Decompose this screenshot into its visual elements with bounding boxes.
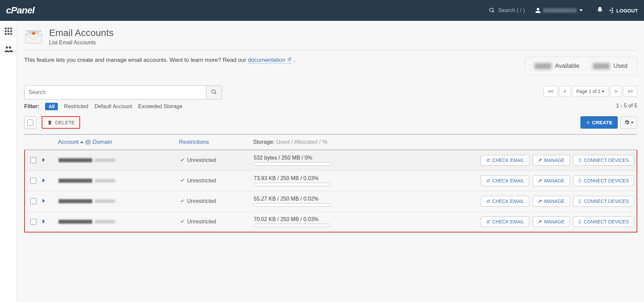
settings-button[interactable] <box>620 116 637 129</box>
quota-stats: Available Used <box>525 57 637 75</box>
page-first[interactable]: << <box>543 86 558 97</box>
phone-icon <box>578 178 582 183</box>
external-link-icon <box>287 57 292 62</box>
connect-devices-button[interactable]: CONNECT DEVICES <box>573 175 634 186</box>
logout-label: LOGOUT <box>616 8 638 13</box>
search-icon <box>211 89 217 95</box>
filter-restricted[interactable]: Restricted <box>64 103 88 110</box>
account-redacted <box>59 179 92 183</box>
bell-icon <box>597 6 603 13</box>
filter-all[interactable]: All <box>45 103 58 110</box>
check-email-button[interactable]: CHECK EMAIL <box>481 175 529 186</box>
logout-icon <box>608 7 614 13</box>
svg-rect-7 <box>7 33 9 35</box>
svg-rect-2 <box>10 28 12 29</box>
main-content: Email Accounts List Email Accounts This … <box>17 21 644 302</box>
svg-point-15 <box>580 161 580 162</box>
wrench-icon <box>538 220 542 224</box>
connect-devices-button[interactable]: CONNECT DEVICES <box>573 196 634 207</box>
filter-bar: Filter: All Restricted Default Account E… <box>24 103 637 110</box>
row-checkbox[interactable] <box>30 178 36 184</box>
expand-row[interactable] <box>42 198 59 204</box>
svg-point-9 <box>5 46 8 49</box>
table-row: Unrestricted55.27 KB / 250 MB / 0.02%CHE… <box>25 191 637 211</box>
user-menu[interactable] <box>535 7 585 13</box>
storage-progress <box>254 203 331 207</box>
table-header: Account @ Domain Restrictions Storage: U… <box>24 134 637 150</box>
row-checkbox[interactable] <box>30 198 36 204</box>
page-prev[interactable]: < <box>559 86 571 97</box>
global-search[interactable]: Search ( / ) <box>489 7 525 13</box>
result-range: 1 - 5 of 5 <box>616 103 637 109</box>
documentation-link[interactable]: documentation <box>248 57 292 63</box>
filter-exceeded[interactable]: Exceeded Storage <box>138 103 182 110</box>
restriction-value: Unrestricted <box>187 219 216 225</box>
email-page-icon <box>24 29 43 44</box>
domain-redacted <box>95 200 115 203</box>
filter-label: Filter: <box>24 103 39 110</box>
delete-button[interactable]: DELETE <box>42 116 80 129</box>
account-redacted <box>59 158 92 162</box>
expand-row[interactable] <box>42 157 59 163</box>
expand-row[interactable] <box>42 178 59 184</box>
create-button[interactable]: CREATE <box>580 116 618 129</box>
col-storage: Storage: Used / Allocated / % <box>253 139 469 145</box>
wrench-icon <box>538 199 542 204</box>
col-restrictions[interactable]: Restrictions <box>179 139 253 145</box>
svg-rect-12 <box>26 34 42 43</box>
top-header: cPanel Search ( / ) LOGOUT <box>0 0 644 21</box>
svg-point-13 <box>32 32 35 35</box>
svg-rect-0 <box>5 28 6 29</box>
manage-button[interactable]: MANAGE <box>533 196 570 207</box>
domain-redacted <box>95 220 115 223</box>
page-subtitle: List Email Accounts <box>49 40 113 46</box>
col-account[interactable]: Account @ Domain <box>58 139 179 145</box>
phone-icon <box>578 158 582 163</box>
table-row: Unrestricted532 bytes / 250 MB / 0%CHECK… <box>25 150 637 170</box>
expand-row[interactable] <box>42 219 59 225</box>
account-redacted <box>59 220 92 224</box>
chevron-right-icon <box>42 219 46 223</box>
caret-down-icon <box>602 90 604 93</box>
filter-default[interactable]: Default Account <box>94 103 132 110</box>
search-button[interactable] <box>206 85 222 99</box>
svg-rect-8 <box>10 33 12 35</box>
page-last[interactable]: >> <box>623 86 637 97</box>
svg-rect-5 <box>10 30 12 32</box>
chevron-right-icon <box>42 158 46 162</box>
svg-point-21 <box>580 223 580 223</box>
check-email-button[interactable]: CHECK EMAIL <box>481 155 529 166</box>
storage-progress <box>254 183 331 186</box>
logout-button[interactable]: LOGOUT <box>608 7 638 13</box>
connect-devices-button[interactable]: CONNECT DEVICES <box>573 155 634 166</box>
storage-value: 73.93 KB / 250 MB / 0.03% <box>254 175 319 181</box>
page-current[interactable]: Page 1 of 1 <box>572 86 609 97</box>
wrench-icon <box>538 179 542 183</box>
svg-point-19 <box>580 202 580 203</box>
restriction-value: Unrestricted <box>187 157 216 163</box>
manage-button[interactable]: MANAGE <box>533 216 570 227</box>
manage-button[interactable]: MANAGE <box>533 175 570 186</box>
restriction-value: Unrestricted <box>187 198 216 204</box>
check-email-button[interactable]: CHECK EMAIL <box>481 196 529 207</box>
svg-rect-1 <box>7 28 9 29</box>
table-row: Unrestricted73.93 KB / 250 MB / 0.03%CHE… <box>25 170 637 191</box>
select-all-checkbox[interactable] <box>24 117 36 129</box>
search-placeholder: Search ( / ) <box>498 7 525 13</box>
external-icon <box>486 199 490 204</box>
row-checkbox[interactable] <box>30 157 36 163</box>
external-icon <box>486 158 490 163</box>
account-redacted <box>59 199 92 203</box>
caret-down-icon <box>631 121 634 124</box>
search-input[interactable] <box>24 85 206 99</box>
row-checkbox[interactable] <box>30 219 36 225</box>
page-next[interactable]: > <box>610 86 621 97</box>
manage-button[interactable]: MANAGE <box>533 155 570 166</box>
grid-icon[interactable] <box>4 27 13 37</box>
check-icon <box>180 178 185 183</box>
svg-rect-4 <box>7 30 9 32</box>
connect-devices-button[interactable]: CONNECT DEVICES <box>573 216 634 227</box>
users-icon[interactable] <box>4 44 13 55</box>
notifications-button[interactable] <box>597 6 603 14</box>
check-email-button[interactable]: CHECK EMAIL <box>481 216 529 227</box>
